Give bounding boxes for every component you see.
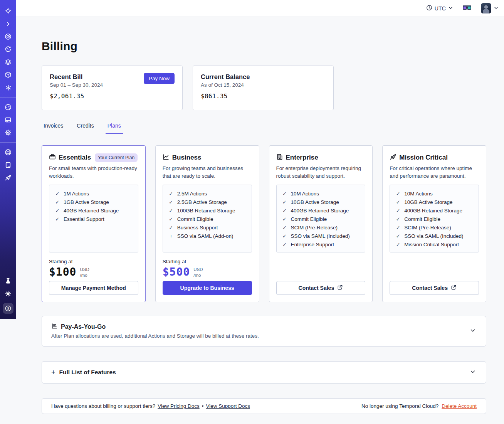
delete-question: No longer using Temporal Cloud?: [361, 403, 438, 409]
plan-name: Essentials: [59, 154, 91, 162]
check-icon: ✓: [55, 216, 60, 222]
plan-card-business: Business For growing teams and businesse…: [155, 145, 259, 302]
feature-list: ✓10M Actions✓10GB Active Storage✓400GB R…: [395, 191, 473, 248]
plan-card-enterprise: Enterprise For enterprise deployments re…: [269, 145, 373, 302]
contact-sales-button[interactable]: Contact Sales: [390, 281, 479, 295]
feature-text: 10GB Active Storage: [404, 199, 452, 205]
namespaces-icon[interactable]: [5, 33, 12, 40]
tab-plans[interactable]: Plans: [106, 120, 123, 134]
feature-text: 10M Actions: [291, 191, 319, 197]
check-icon: ✓: [55, 199, 60, 205]
external-link-icon: [337, 284, 343, 291]
schedules-icon[interactable]: [5, 46, 12, 53]
check-icon: ✓: [168, 199, 174, 205]
layers-icon[interactable]: [5, 59, 12, 66]
feature-text: Essential Support: [64, 216, 104, 222]
feature-item: ✓SSO via SAML (Included): [395, 233, 473, 239]
feature-item: ✓2.5M Actions: [168, 191, 246, 197]
check-icon: ✓: [168, 216, 174, 222]
price-block: Starting at $500 USD /mo: [163, 259, 252, 278]
chevron-down-icon: [470, 370, 476, 376]
delete-account-link[interactable]: Delete Account: [442, 403, 477, 409]
settings-gear-icon[interactable]: [5, 129, 12, 136]
nexus-asterisk-icon[interactable]: [5, 84, 12, 91]
chevron-down-icon: [448, 5, 453, 12]
sidebar-divider: [0, 142, 16, 143]
feature-list: ✓2.5M Actions✓2.5GB Active Storage✓100GB…: [168, 191, 246, 239]
contact-sales-button[interactable]: Contact Sales: [276, 281, 366, 295]
check-icon: ✓: [282, 216, 287, 222]
cube-icon[interactable]: [5, 71, 12, 78]
labs-flask-icon[interactable]: [5, 278, 12, 284]
expand-features-button[interactable]: [468, 367, 477, 378]
tab-credits[interactable]: Credits: [75, 120, 96, 134]
feature-text: 1M Actions: [64, 191, 89, 197]
plan-price: $500: [163, 266, 190, 278]
feature-text: SCIM (Pre-Release): [291, 225, 338, 231]
payg-description: After Plan allocations are used, additio…: [51, 333, 477, 339]
check-icon: ✓: [282, 225, 287, 231]
view-support-docs-link[interactable]: View Support Docs: [206, 403, 250, 409]
user-menu[interactable]: [481, 3, 499, 13]
usage-gauge-icon[interactable]: [5, 104, 12, 111]
feature-list: ✓10M Actions✓10GB Active Storage✓400GB R…: [282, 191, 360, 248]
plan-name: Mission Critical: [399, 154, 448, 162]
feature-text: 400GB Retained Storage: [404, 208, 462, 214]
current-balance-asof: As of Oct 15, 2024: [201, 82, 326, 88]
plus-icon: +: [51, 369, 55, 376]
separator-bullet: •: [202, 403, 204, 409]
feature-text: 1GB Active Storage: [64, 199, 109, 205]
price-block: Starting at $100 USD /mo: [49, 259, 138, 278]
feature-item: ✓Essential Support: [55, 216, 133, 222]
3d-glasses-icon[interactable]: [462, 5, 472, 12]
getting-started-rocket-icon[interactable]: [5, 174, 12, 181]
check-icon: ✓: [55, 191, 60, 197]
toolbox-icon: [49, 153, 56, 162]
expand-payg-button[interactable]: [468, 326, 477, 337]
chevron-down-icon: [494, 5, 499, 12]
feature-item: ✓100GB Retained Storage: [168, 208, 246, 214]
chart-line-icon: [163, 153, 170, 162]
chevron-right-icon[interactable]: [5, 20, 12, 27]
feature-item: +SSO via SAML (Add-on): [168, 233, 246, 239]
timezone-selector[interactable]: UTC: [426, 5, 453, 12]
feature-item: ✓Commit Eligible: [168, 216, 246, 222]
plan-name: Business: [172, 154, 202, 162]
feature-text: Commit Eligible: [291, 216, 327, 222]
external-link-icon: [451, 284, 457, 291]
timezone-label: UTC: [435, 5, 446, 12]
check-icon: ✓: [55, 208, 60, 214]
tab-invoices[interactable]: Invoices: [42, 120, 65, 134]
current-balance-amount: $861.35: [201, 93, 326, 100]
feature-text: 10M Actions: [404, 191, 433, 197]
check-icon: ✓: [282, 233, 287, 239]
temporal-logo-icon[interactable]: [5, 8, 12, 15]
current-plan-badge: Your Current Plan: [95, 153, 138, 162]
feature-text: SCIM (Pre-Release): [404, 225, 451, 231]
check-icon: ✓: [168, 191, 174, 197]
view-pricing-docs-link[interactable]: View Pricing Docs: [158, 403, 200, 409]
plan-currency: USD: [193, 267, 203, 273]
check-icon: ✓: [168, 225, 174, 231]
plan-card-essentials: Essentials Your Current Plan For small t…: [42, 145, 146, 302]
plan-price: $100: [49, 266, 76, 278]
manage-payment-method-button[interactable]: Manage Payment Method: [49, 281, 138, 295]
billing-panel-icon[interactable]: [5, 116, 12, 123]
plus-icon: +: [168, 233, 174, 239]
starting-at-label: Starting at: [163, 259, 252, 264]
current-balance-title: Current Balance: [201, 73, 326, 81]
theme-sun-icon[interactable]: [5, 290, 12, 297]
page-title: Billing: [42, 40, 486, 53]
docs-book-icon[interactable]: [5, 162, 12, 168]
check-icon: ✓: [395, 216, 401, 222]
upgrade-to-business-button[interactable]: Upgrade to Business: [163, 281, 252, 295]
support-lifering-icon[interactable]: [5, 149, 12, 156]
pay-now-button[interactable]: Pay Now: [144, 73, 175, 84]
plans-row: Essentials Your Current Plan For small t…: [42, 145, 486, 302]
billing-dollar-icon[interactable]: $: [3, 303, 13, 314]
feature-text: 400GB Retained Storage: [291, 208, 349, 214]
full-features-panel: + Full List of Features: [42, 361, 486, 384]
footer-question: Have questions about billing or support …: [51, 403, 155, 409]
check-icon: ✓: [395, 242, 401, 248]
bar-chart-horizontal-icon: [51, 323, 58, 331]
